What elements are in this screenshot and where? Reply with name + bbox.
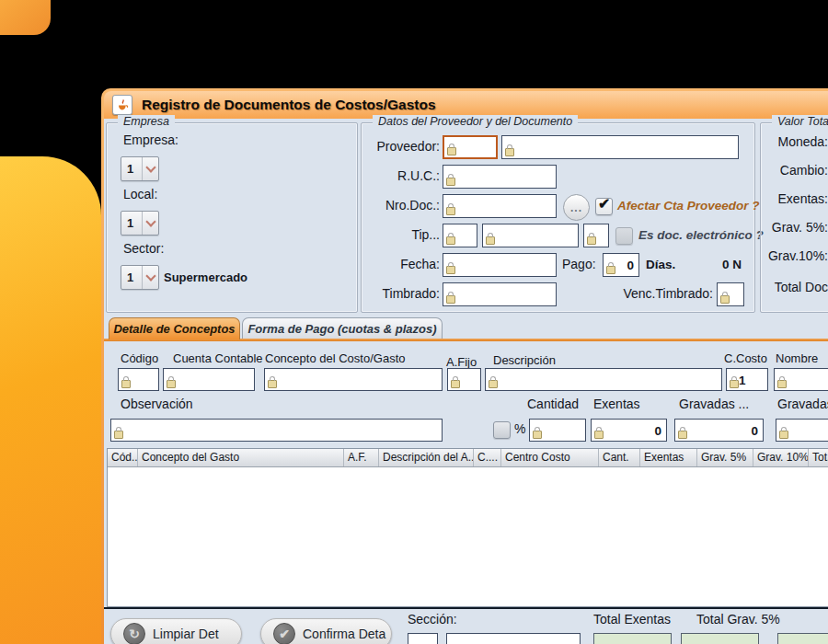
exentas-input[interactable]: 0: [591, 419, 667, 442]
proveedor-code-input[interactable]: [443, 135, 498, 159]
percent-label: %: [514, 421, 525, 436]
confirma-detalle-button[interactable]: ✔ Confirma Deta: [260, 618, 392, 644]
nrodoc-input[interactable]: [443, 194, 557, 218]
chevron-down-icon[interactable]: [142, 266, 158, 289]
exentas-total-label: Exentas:: [761, 191, 828, 206]
empresa-group-title: Empresa: [118, 115, 175, 128]
ellipsis-button[interactable]: ...: [563, 194, 590, 221]
sector-select[interactable]: 1: [121, 265, 159, 290]
lock-icon: [114, 431, 123, 439]
wallpaper-blob: [0, 156, 101, 644]
total-exentas-label: Total Exentas: [593, 612, 671, 627]
col-af[interactable]: A.F.: [344, 449, 379, 466]
ruc-input[interactable]: [443, 165, 557, 189]
col-total[interactable]: Tot...: [809, 449, 828, 466]
chevron-down-icon[interactable]: [142, 212, 158, 235]
empresa-select[interactable]: 1: [121, 156, 159, 181]
lock-icon: [594, 431, 604, 439]
java-icon: [112, 95, 132, 115]
nombre-input[interactable]: [774, 368, 828, 391]
codigo-label: Código: [121, 351, 158, 365]
col-cant[interactable]: Cant.: [599, 449, 640, 466]
lock-icon: [446, 178, 455, 186]
seccion-label: Sección:: [408, 612, 457, 627]
descripcion-input[interactable]: [485, 368, 722, 391]
lock-icon: [720, 295, 730, 304]
lock-icon: [730, 380, 739, 388]
lock-icon: [446, 295, 455, 304]
ccosto-input[interactable]: 1: [726, 368, 768, 391]
fecha-input[interactable]: [443, 253, 557, 277]
sector-label: Sector:: [123, 241, 164, 256]
concepto-label: Concepto del Costo/Gasto: [265, 351, 405, 365]
limpiar-detalle-button[interactable]: ↻ Limpiar Det: [110, 618, 242, 644]
seccion-name-input[interactable]: [446, 633, 581, 644]
empresa-select-value: 1: [121, 157, 142, 180]
seccion-code-input[interactable]: [408, 633, 438, 644]
venc-timbrado-input[interactable]: [717, 282, 744, 306]
tab-forma-de-pago[interactable]: Forma de Pago (cuotas & plazos): [242, 317, 443, 339]
lock-icon: [489, 380, 498, 388]
lock-icon: [777, 380, 787, 388]
col-centro-costo[interactable]: Centro Costo: [501, 449, 599, 466]
fecha-label: Fecha:: [362, 257, 440, 271]
electronico-checkbox[interactable]: [615, 227, 633, 245]
observacion-label: Observación: [121, 397, 193, 411]
proveedor-group: Datos del Proveedor y del Documento Prov…: [361, 122, 755, 313]
wallpaper-corner: [0, 0, 51, 35]
tipo-extra-input[interactable]: [583, 224, 609, 247]
observacion-input[interactable]: [110, 419, 443, 442]
concepto-input[interactable]: [264, 368, 443, 391]
detail-table[interactable]: Cód... Concepto del Gasto A.F. Descripci…: [107, 448, 828, 607]
lock-icon: [606, 266, 615, 274]
cuenta-contable-label: Cuenta Contable: [173, 351, 263, 365]
col-codigo[interactable]: Cód...: [108, 449, 138, 466]
col-grav5[interactable]: Grav. 5%: [697, 449, 753, 466]
gravadas5-label: Gravadas ...: [679, 397, 749, 411]
gravadas5-input[interactable]: 0: [674, 419, 764, 442]
sector-name-label: Supermercado: [164, 270, 247, 284]
percent-checkbox[interactable]: [493, 421, 511, 439]
proveedor-name-input[interactable]: [501, 135, 739, 159]
cuenta-contable-input[interactable]: [163, 368, 255, 391]
lock-icon: [451, 380, 460, 388]
moneda-label: Moneda:: [761, 134, 828, 149]
app-window: Registro de Documentos de Costos/Gastos …: [101, 88, 828, 644]
valor-total-group: Valor Total de Moneda: Cambio: Exentas: …: [760, 122, 828, 313]
exentas-value: 0: [654, 423, 661, 437]
lock-icon: [167, 380, 176, 388]
exentas-label: Exentas: [593, 397, 640, 411]
lock-icon: [446, 236, 455, 245]
col-grav10[interactable]: Grav. 10%: [753, 449, 809, 466]
confirma-detalle-label: Confirma Deta: [303, 627, 385, 641]
cantidad-input[interactable]: [529, 419, 586, 442]
proveedor-group-title: Datos del Proveedor y del Documento: [373, 115, 578, 128]
afectar-checkbox[interactable]: [595, 198, 613, 215]
tipo-desc-input[interactable]: [482, 224, 579, 247]
empresa-group: Empresa Empresa: 1 Local: 1 Sector: 1 Su…: [106, 122, 358, 313]
sector-select-value: 1: [121, 266, 142, 289]
pago-input[interactable]: 0: [603, 253, 639, 277]
col-exentas[interactable]: Exentas: [640, 449, 697, 466]
detail-table-body[interactable]: [108, 467, 828, 608]
timbrado-input[interactable]: [443, 282, 557, 306]
tab-detalle-conceptos[interactable]: Detalle de Conceptos: [109, 317, 240, 339]
chevron-down-icon[interactable]: [142, 157, 158, 180]
lock-icon: [447, 147, 456, 155]
col-concepto[interactable]: Concepto del Gasto: [138, 449, 344, 466]
codigo-input[interactable]: [118, 368, 159, 391]
gravadas10-input[interactable]: [776, 419, 828, 442]
total-grav5-label: Total Grav. 5%: [696, 612, 780, 627]
footer-divider: [104, 607, 828, 609]
cantidad-label: Cantidad: [527, 397, 579, 411]
check-icon: ✔: [273, 623, 295, 644]
afijo-input[interactable]: [447, 368, 481, 391]
lock-icon: [678, 431, 687, 439]
col-descripcion[interactable]: Descripción del A...: [379, 449, 474, 466]
lock-icon: [587, 236, 596, 245]
afijo-label: A.Fijo: [446, 355, 477, 369]
gravadas5-value: 0: [751, 423, 758, 437]
col-c[interactable]: C....: [474, 449, 501, 466]
local-select[interactable]: 1: [121, 211, 159, 236]
tipo-code-input[interactable]: [443, 224, 477, 247]
